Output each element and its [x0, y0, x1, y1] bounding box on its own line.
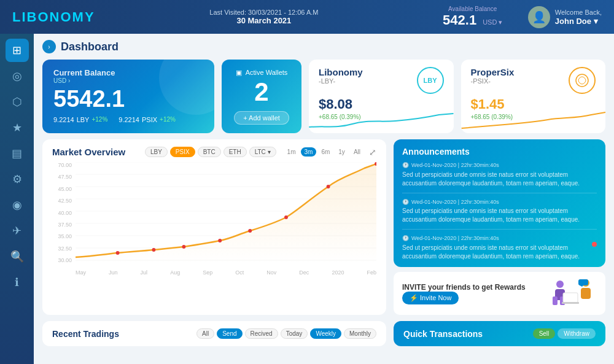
announcement-3: 🕐Wed-01-Nov-2020 | 22hr:30min:40s Sed ut…: [402, 234, 597, 260]
psix-icon: [569, 67, 596, 94]
lby-icon: LBY: [417, 67, 444, 94]
svg-point-15: [284, 215, 288, 219]
time-6m[interactable]: 6m: [317, 147, 333, 157]
announcement-1: 🕐Wed-01-Nov-2020 | 22hr:30min:40s Sed ut…: [402, 161, 597, 193]
filter-send[interactable]: Send: [217, 328, 242, 339]
last-visited: Last Visited: 30/03/2021 - 12:06 A.M 30 …: [111, 9, 418, 25]
sidebar-item-network[interactable]: ◉: [6, 193, 29, 217]
time-1y[interactable]: 1y: [335, 147, 349, 157]
svg-rect-23: [562, 302, 579, 304]
middle-section: Market Overview LBY PSIX BTC ETH LTC ▾ 1…: [42, 139, 605, 315]
right-panel: Announcements 🕐Wed-01-Nov-2020 | 22hr:30…: [394, 139, 605, 315]
sidebar-item-send[interactable]: ✈: [6, 219, 29, 242]
wallets-count: 2: [254, 79, 268, 105]
wallets-card: ▣ Active Wallets 2 + Add wallet: [222, 60, 301, 133]
avatar: 👤: [528, 6, 550, 28]
tradings-title: Recent Tradings: [52, 329, 119, 339]
add-wallet-button[interactable]: + Add wallet: [234, 111, 289, 125]
filter-eth[interactable]: ETH: [223, 147, 247, 157]
filter-all[interactable]: All: [196, 328, 214, 339]
sidebar-item-settings[interactable]: ⚙: [6, 168, 29, 191]
psix-balance: 9.2214 PSIX +12%: [119, 116, 176, 123]
filter-monthly[interactable]: Monthly: [344, 328, 376, 339]
svg-rect-26: [578, 279, 588, 285]
filter-ltc[interactable]: LTC ▾: [249, 147, 276, 157]
announcement-2: 🕐Wed-01-Nov-2020 | 22hr:30min:40s Sed ut…: [402, 198, 597, 230]
sidebar-item-layers[interactable]: ⬡: [6, 90, 29, 114]
breadcrumb-icon: ›: [42, 40, 56, 53]
psix-chart: [461, 109, 606, 133]
market-filters: LBY PSIX BTC ETH LTC ▾ 1m 3m 6m 1y All ⤢: [145, 147, 376, 157]
announcements-title: Announcements: [402, 147, 597, 157]
expand-icon[interactable]: ⤢: [369, 147, 376, 157]
currency-dropdown[interactable]: USD ▾: [483, 18, 502, 26]
navbar: LIBONOMY Last Visited: 30/03/2021 - 12:0…: [0, 0, 614, 34]
username[interactable]: John Doe ▾: [555, 17, 602, 26]
main-layout: ⊞ ◎ ⬡ ★ ▤ ⚙ ◉ ✈ 🔍 ℹ › Dashboard Current …: [0, 34, 614, 364]
svg-marker-27: [580, 285, 583, 287]
top-cards-row: Current Balance USD › 5542.1 9.2214 LBY …: [42, 60, 605, 133]
svg-point-14: [248, 229, 252, 233]
libonomy-coin-card: Libonomy -LBY- LBY $8.08 +68.65 (0.39%): [309, 60, 454, 133]
time-all[interactable]: All: [350, 147, 364, 157]
announcements-list: 🕐Wed-01-Nov-2020 | 22hr:30min:40s Sed ut…: [402, 161, 597, 260]
invite-banner: INVITE your friends to get Rewards ⚡ Inv…: [394, 272, 605, 315]
quick-header: Quick Transactions Sell Withdraw: [403, 328, 596, 339]
sidebar-item-favorites[interactable]: ★: [6, 116, 29, 139]
svg-point-13: [218, 239, 222, 242]
available-balance: Available Balance 542.1 USD ▾: [418, 6, 528, 28]
sidebar-item-dashboard[interactable]: ⊞: [6, 39, 29, 62]
quick-transactions-card: Quick Transactions Sell Withdraw: [394, 321, 605, 346]
time-1m[interactable]: 1m: [284, 147, 300, 157]
time-filters: 1m 3m 6m 1y All: [284, 147, 364, 157]
content-area: › Dashboard Current Balance USD › 5542.1…: [34, 34, 614, 364]
announcements-card: Announcements 🕐Wed-01-Nov-2020 | 22hr:30…: [394, 139, 605, 267]
tradings-header: Recent Tradings All Send Recived Today W…: [52, 328, 376, 339]
balance-amount: 5542.1: [53, 87, 203, 112]
lby-chart: [309, 109, 454, 133]
market-header: Market Overview LBY PSIX BTC ETH LTC ▾ 1…: [52, 147, 376, 157]
svg-point-0: [576, 74, 588, 87]
lby-balance: 9.2214 LBY +12%: [53, 116, 107, 123]
wallets-header: ▣ Active Wallets: [236, 69, 288, 77]
quick-buttons: Sell Withdraw: [533, 328, 596, 339]
sidebar-item-info[interactable]: ℹ: [6, 271, 29, 294]
sidebar-item-analytics[interactable]: ◎: [6, 64, 29, 88]
svg-point-18: [556, 281, 564, 288]
svg-point-11: [152, 248, 155, 252]
logo: LIBONOMY: [12, 9, 111, 25]
tradings-filters: All Send Recived Today Weekly Monthly: [196, 328, 376, 339]
filter-lby[interactable]: LBY: [145, 147, 168, 157]
x-axis: May Jun Jul Aug Sep Oct Nov Dec 2020 Feb: [76, 269, 376, 276]
invite-illustration: [548, 278, 597, 309]
quick-title: Quick Transactions: [403, 329, 483, 339]
filter-recived[interactable]: Recived: [245, 328, 278, 339]
svg-point-12: [182, 245, 185, 249]
balance-card: Current Balance USD › 5542.1 9.2214 LBY …: [42, 60, 214, 133]
filter-btc[interactable]: BTC: [198, 147, 221, 157]
sidebar-item-search[interactable]: 🔍: [6, 245, 29, 268]
wallet-icon: ▣: [236, 69, 242, 77]
balance-sub-row: 9.2214 LBY +12% 9.2214 PSIX +12%: [53, 116, 203, 123]
sell-button[interactable]: Sell: [533, 328, 556, 339]
market-chart: 70.00 47.50 45.00 42.50 40.00 37.50 35.0…: [52, 162, 376, 276]
time-3m[interactable]: 3m: [301, 147, 317, 157]
withdraw-button[interactable]: Withdraw: [558, 328, 596, 339]
svg-rect-25: [581, 288, 591, 299]
filter-psix[interactable]: PSIX: [170, 147, 195, 157]
y-axis: 70.00 47.50 45.00 42.50 40.00 37.50 35.0…: [52, 162, 74, 263]
svg-rect-20: [553, 296, 558, 305]
invite-now-button[interactable]: ⚡ Invite Now: [402, 292, 459, 304]
svg-point-10: [116, 251, 120, 255]
breadcrumb: › Dashboard: [42, 40, 605, 53]
market-card: Market Overview LBY PSIX BTC ETH LTC ▾ 1…: [42, 139, 386, 315]
chart-svg: [76, 162, 376, 263]
sidebar-item-transactions[interactable]: ▤: [6, 142, 29, 165]
propersix-coin-card: ProperSix -PSIX- $1.45 +68.65 (0.39%): [461, 60, 606, 133]
filter-today[interactable]: Today: [281, 328, 308, 339]
svg-rect-22: [563, 293, 578, 303]
filter-weekly[interactable]: Weekly: [310, 328, 341, 339]
sidebar: ⊞ ◎ ⬡ ★ ▤ ⚙ ◉ ✈ 🔍 ℹ: [0, 34, 34, 364]
page-title: Dashboard: [61, 41, 119, 53]
bottom-section: Recent Tradings All Send Recived Today W…: [42, 321, 605, 346]
